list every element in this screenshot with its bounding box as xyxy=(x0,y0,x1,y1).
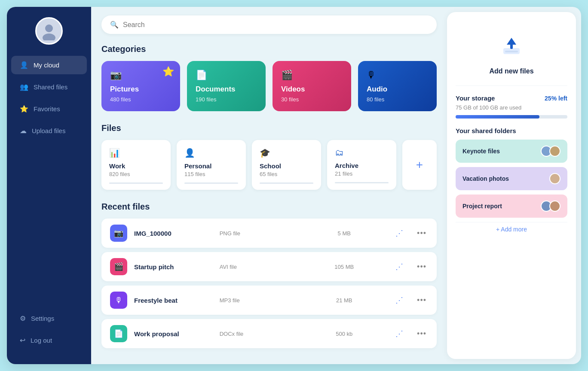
img-file-icon: 📷 xyxy=(110,225,127,242)
right-panel: Add new files Your storage 25% left 75 G… xyxy=(447,12,576,359)
add-folder-button[interactable]: + xyxy=(402,140,437,190)
documents-files: 190 files xyxy=(196,96,257,103)
category-pictures[interactable]: 📷 ⭐ Pictures 480 files xyxy=(101,61,180,111)
startup-more-icon[interactable]: ••• xyxy=(415,262,428,271)
file-folder-work[interactable]: 📊 Work 820 files xyxy=(101,140,171,190)
videos-files: 30 files xyxy=(281,96,343,103)
img-share-icon[interactable]: ⋰ xyxy=(390,228,408,238)
freestyle-size: 21 MB xyxy=(305,297,383,304)
archive-bar xyxy=(335,182,389,183)
storage-title: Your storage xyxy=(456,94,495,102)
archive-icon: 🗂 xyxy=(335,148,389,158)
sidebar-item-settings-label: Settings xyxy=(31,315,54,322)
files-grid: 📊 Work 820 files 👤 Personal 115 files 🎓 … xyxy=(101,140,437,190)
personal-count: 115 files xyxy=(184,171,238,177)
pictures-files: 480 files xyxy=(110,96,172,103)
sidebar-item-shared-files-label: Shared files xyxy=(34,83,67,91)
videos-name: Videos xyxy=(281,85,343,94)
file-folder-personal[interactable]: 👤 Personal 115 files xyxy=(177,140,246,190)
recent-item-freestyle[interactable]: 🎙 Freestyle beat MP3 file 21 MB ⋰ ••• xyxy=(101,286,437,315)
freestyle-share-icon[interactable]: ⋰ xyxy=(390,295,408,305)
img-name: IMG_100000 xyxy=(134,230,213,237)
search-bar[interactable]: 🔍 xyxy=(101,15,437,34)
main-nav: 👤 My cloud 👥 Shared files ⭐ Favorites ☁ … xyxy=(7,52,91,305)
img-size: 5 MB xyxy=(305,230,383,237)
img-type: PNG file xyxy=(220,230,298,237)
workproposal-share-icon[interactable]: ⋰ xyxy=(390,329,408,338)
workproposal-size: 500 kb xyxy=(305,331,383,337)
sidebar-item-my-cloud-label: My cloud xyxy=(34,61,59,69)
freestyle-more-icon[interactable]: ••• xyxy=(415,296,428,305)
startup-name: Startup pitch xyxy=(134,263,213,271)
work-name: Work xyxy=(109,162,163,170)
project-name: Project report xyxy=(462,203,502,210)
work-icon: 📊 xyxy=(109,148,163,158)
category-audio[interactable]: 🎙 Audio 80 files xyxy=(358,61,437,111)
startup-type: AVI file xyxy=(220,264,298,270)
sidebar-item-upload-files[interactable]: ☁ Upload files xyxy=(11,122,87,140)
work-bar xyxy=(109,182,163,184)
audio-name: Audio xyxy=(367,85,428,94)
sidebar-item-favorites[interactable]: ⭐ Favorites xyxy=(11,100,87,118)
vacation-name: Vacation photos xyxy=(462,175,509,182)
shared-folder-vacation[interactable]: Vacation photos xyxy=(456,167,567,190)
sidebar-bottom-nav: ⚙ Settings ↩ Log out xyxy=(7,305,91,354)
svg-rect-5 xyxy=(510,43,513,49)
freestyle-file-icon: 🎙 xyxy=(110,292,127,309)
storage-left: 25% left xyxy=(545,95,567,102)
avatar xyxy=(35,17,63,45)
shared-folder-keynote[interactable]: Keynote files xyxy=(456,140,567,163)
star-icon: ⭐ xyxy=(20,105,28,113)
search-input[interactable] xyxy=(123,21,428,29)
add-more-button[interactable]: + Add more xyxy=(456,222,567,236)
storage-section: Your storage 25% left 75 GB of 100 GB ar… xyxy=(456,94,567,119)
project-avatar-2 xyxy=(549,201,560,212)
shared-folder-project[interactable]: Project report xyxy=(456,195,567,218)
add-files-upload-icon xyxy=(500,35,523,62)
documents-icon: 📄 xyxy=(196,70,257,81)
workproposal-more-icon[interactable]: ••• xyxy=(415,329,428,338)
school-bar xyxy=(260,182,313,184)
file-folder-archive[interactable]: 🗂 Archive 21 files xyxy=(327,140,396,190)
keynote-avatar-2 xyxy=(549,146,560,157)
settings-icon: ⚙ xyxy=(20,314,26,322)
recent-item-startup[interactable]: 🎬 Startup pitch AVI file 105 MB ⋰ ••• xyxy=(101,252,437,281)
files-section: Files 📊 Work 820 files 👤 Personal 115 fi… xyxy=(101,123,437,190)
category-videos[interactable]: 🎬 Videos 30 files xyxy=(273,61,351,111)
category-documents[interactable]: 📄 Documents 190 files xyxy=(187,61,266,111)
keynote-avatars xyxy=(541,146,560,157)
file-folder-school[interactable]: 🎓 School 65 files xyxy=(252,140,321,190)
add-files-label: Add new files xyxy=(489,67,533,75)
img-more-icon[interactable]: ••• xyxy=(415,229,428,238)
shared-folders-title: Your shared folders xyxy=(456,127,567,134)
recent-item-workproposal[interactable]: 📄 Work proposal DOCx file 500 kb ⋰ ••• xyxy=(101,319,437,348)
files-title: Files xyxy=(101,123,437,133)
personal-name: Personal xyxy=(184,162,238,170)
archive-count: 21 files xyxy=(335,170,389,177)
svg-point-1 xyxy=(43,33,55,40)
shared-folders-section: Your shared folders Keynote files Vacati… xyxy=(456,127,567,236)
sidebar-item-my-cloud[interactable]: 👤 My cloud xyxy=(11,56,87,74)
startup-share-icon[interactable]: ⋰ xyxy=(390,262,408,271)
sidebar-item-logout-label: Log out xyxy=(31,337,52,344)
freestyle-type: MP3 file xyxy=(220,297,298,304)
storage-bar-fill xyxy=(456,115,539,119)
work-count: 820 files xyxy=(109,171,163,177)
user-avatar-container xyxy=(7,7,91,52)
pictures-name: Pictures xyxy=(110,85,172,94)
logout-icon: ↩ xyxy=(20,336,25,344)
sidebar-item-upload-files-label: Upload files xyxy=(32,127,65,134)
sidebar-item-settings[interactable]: ⚙ Settings xyxy=(11,309,87,328)
add-files-section: Add new files xyxy=(456,22,567,86)
workproposal-file-icon: 📄 xyxy=(110,325,127,342)
personal-icon: 👤 xyxy=(184,148,238,158)
sidebar-item-logout[interactable]: ↩ Log out xyxy=(11,331,87,350)
recent-section: Recent files 📷 IMG_100000 PNG file 5 MB … xyxy=(101,202,437,348)
sidebar: 👤 My cloud 👥 Shared files ⭐ Favorites ☁ … xyxy=(7,7,91,364)
recent-item-img[interactable]: 📷 IMG_100000 PNG file 5 MB ⋰ ••• xyxy=(101,219,437,248)
sidebar-item-shared-files[interactable]: 👥 Shared files xyxy=(11,78,87,96)
personal-bar xyxy=(184,182,238,184)
svg-point-0 xyxy=(45,24,53,32)
school-icon: 🎓 xyxy=(260,148,313,158)
workproposal-name: Work proposal xyxy=(134,330,213,338)
